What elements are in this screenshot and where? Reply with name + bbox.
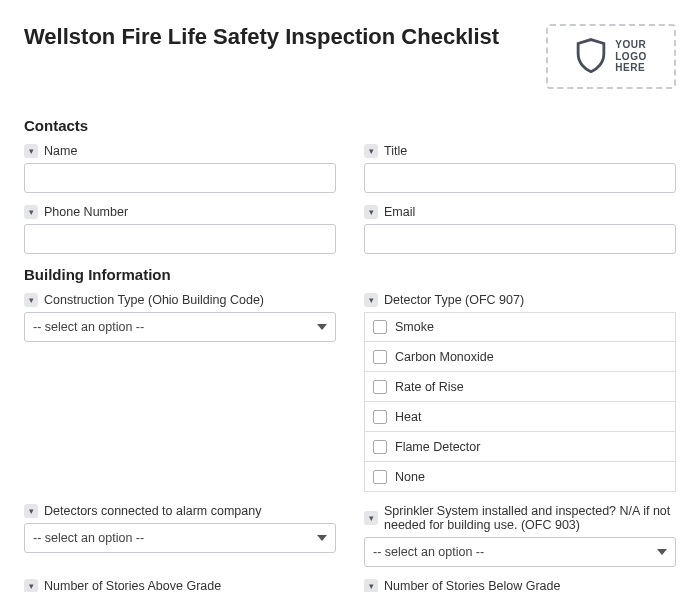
checkbox-row[interactable]: Smoke bbox=[364, 312, 676, 342]
logo-line3: HERE bbox=[615, 62, 646, 74]
checkbox-label: Heat bbox=[395, 410, 421, 424]
chevron-down-icon[interactable]: ▾ bbox=[364, 579, 378, 592]
sprinkler-label: Sprinkler System installed and inspected… bbox=[384, 504, 676, 532]
checkbox-row[interactable]: Carbon Monoxide bbox=[364, 342, 676, 372]
shield-icon bbox=[575, 37, 607, 76]
checkbox-label: Flame Detector bbox=[395, 440, 480, 454]
contacts-heading: Contacts bbox=[24, 117, 676, 134]
detector-options: SmokeCarbon MonoxideRate of RiseHeatFlam… bbox=[364, 312, 676, 492]
chevron-down-icon[interactable]: ▾ bbox=[24, 205, 38, 219]
building-heading: Building Information bbox=[24, 266, 676, 283]
construction-select[interactable]: -- select an option -- bbox=[24, 312, 336, 342]
chevron-down-icon[interactable]: ▾ bbox=[24, 144, 38, 158]
detector-type-label: Detector Type (OFC 907) bbox=[384, 293, 524, 307]
checkbox-row[interactable]: Heat bbox=[364, 402, 676, 432]
email-label: Email bbox=[384, 205, 415, 219]
stories-below-label: Number of Stories Below Grade bbox=[384, 579, 560, 592]
checkbox[interactable] bbox=[373, 470, 387, 484]
chevron-down-icon[interactable]: ▾ bbox=[24, 504, 38, 518]
checkbox[interactable] bbox=[373, 320, 387, 334]
checkbox-row[interactable]: None bbox=[364, 462, 676, 492]
checkbox[interactable] bbox=[373, 380, 387, 394]
checkbox[interactable] bbox=[373, 440, 387, 454]
checkbox[interactable] bbox=[373, 350, 387, 364]
checkbox-label: None bbox=[395, 470, 425, 484]
construction-label: Construction Type (Ohio Building Code) bbox=[44, 293, 264, 307]
checkbox-row[interactable]: Rate of Rise bbox=[364, 372, 676, 402]
chevron-down-icon[interactable]: ▾ bbox=[364, 205, 378, 219]
alarm-company-label: Detectors connected to alarm company bbox=[44, 504, 261, 518]
title-label: Title bbox=[384, 144, 407, 158]
logo-line2: LOGO bbox=[615, 51, 646, 63]
title-input[interactable] bbox=[364, 163, 676, 193]
stories-above-label: Number of Stories Above Grade bbox=[44, 579, 221, 592]
sprinkler-select[interactable]: -- select an option -- bbox=[364, 537, 676, 567]
logo-line1: YOUR bbox=[615, 39, 646, 51]
phone-input[interactable] bbox=[24, 224, 336, 254]
checkbox[interactable] bbox=[373, 410, 387, 424]
chevron-down-icon[interactable]: ▾ bbox=[24, 293, 38, 307]
name-input[interactable] bbox=[24, 163, 336, 193]
logo-placeholder: YOUR LOGO HERE bbox=[546, 24, 676, 89]
page-title: Wellston Fire Life Safety Inspection Che… bbox=[24, 24, 499, 50]
chevron-down-icon[interactable]: ▾ bbox=[364, 293, 378, 307]
checkbox-row[interactable]: Flame Detector bbox=[364, 432, 676, 462]
name-label: Name bbox=[44, 144, 77, 158]
chevron-down-icon[interactable]: ▾ bbox=[364, 144, 378, 158]
phone-label: Phone Number bbox=[44, 205, 128, 219]
checkbox-label: Smoke bbox=[395, 320, 434, 334]
checkbox-label: Carbon Monoxide bbox=[395, 350, 494, 364]
chevron-down-icon[interactable]: ▾ bbox=[364, 511, 378, 525]
email-input[interactable] bbox=[364, 224, 676, 254]
checkbox-label: Rate of Rise bbox=[395, 380, 464, 394]
chevron-down-icon[interactable]: ▾ bbox=[24, 579, 38, 592]
alarm-company-select[interactable]: -- select an option -- bbox=[24, 523, 336, 553]
